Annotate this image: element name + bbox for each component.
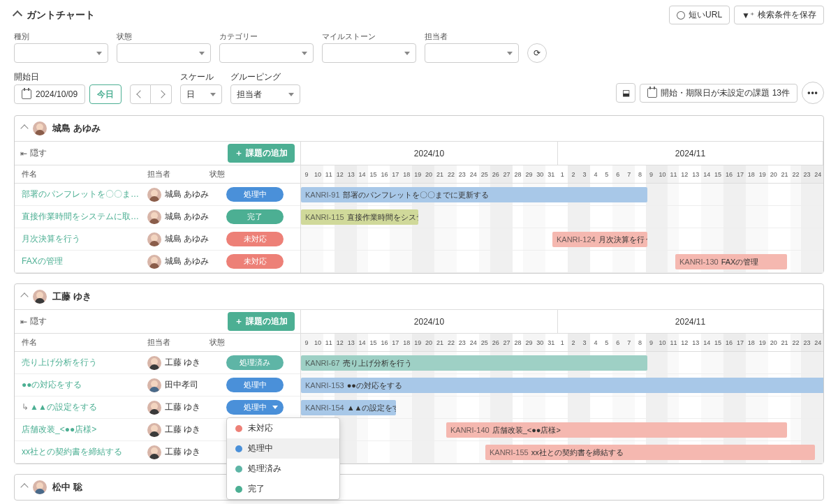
task-name-link[interactable]: 月次決算を行う	[15, 233, 147, 245]
gantt-bar[interactable]: KANRI-155 xx社との契約書を締結する	[485, 445, 815, 460]
more-button[interactable]: •••	[802, 82, 824, 104]
status-dropdown-menu: 未対応処理中処理済み完了	[226, 417, 340, 500]
day-header: 17	[390, 334, 401, 351]
section-header[interactable]: 松中 聡	[15, 475, 823, 500]
day-header: 8	[635, 334, 646, 351]
day-header: 7	[624, 334, 635, 351]
day-header: 21	[779, 334, 791, 351]
day-header: 14	[357, 334, 368, 351]
next-button[interactable]	[151, 84, 172, 104]
day-header: 23	[801, 334, 812, 351]
scale-select[interactable]: 日	[180, 84, 222, 104]
filter-state-select[interactable]	[117, 43, 211, 63]
today-button[interactable]: 今日	[89, 84, 122, 104]
day-header: 13	[690, 165, 701, 183]
filter-state-label: 状態	[117, 31, 211, 42]
dropdown-item[interactable]: 未対応	[227, 418, 339, 438]
task-name-link[interactable]: FAXの管理	[15, 255, 147, 267]
day-header: 5	[601, 165, 612, 183]
save-search-button[interactable]: ▼⁺ 検索条件を保存	[734, 6, 824, 24]
status-pill[interactable]: 処理中	[226, 378, 284, 392]
day-header: 23	[457, 165, 468, 183]
day-header: 7	[624, 165, 635, 183]
day-header: 20	[423, 165, 434, 183]
filter-milestone-select[interactable]	[322, 43, 416, 63]
day-header: 20	[768, 165, 779, 183]
filter-type-select[interactable]	[14, 43, 108, 63]
gantt-bar[interactable]: KANRI-140 店舗改装_<●●店様>	[446, 422, 787, 438]
day-header: 19	[412, 165, 423, 183]
export-button[interactable]: ⬓	[616, 83, 635, 103]
day-header: 29	[523, 165, 534, 183]
day-header: 1	[557, 334, 568, 351]
section-header[interactable]: 工藤 ゆき	[15, 284, 823, 309]
filter-assignee-select[interactable]	[425, 43, 519, 63]
section-header[interactable]: 城島 あゆみ	[15, 116, 823, 141]
chevron-left-icon	[136, 90, 144, 98]
day-header: 31	[545, 334, 557, 351]
start-date-input[interactable]: 2024/10/09	[14, 84, 85, 104]
day-header: 24	[812, 165, 823, 183]
chevron-down-icon	[302, 52, 307, 55]
avatar	[147, 356, 161, 370]
day-header: 12	[335, 334, 346, 351]
gantt-bar[interactable]: KANRI-91 部署のパンフレットを〇〇までに更新する	[301, 187, 647, 202]
short-url-button[interactable]: 短いURL	[669, 6, 730, 24]
undated-issues-button[interactable]: 開始・期限日が未設定の課題 13件	[640, 84, 797, 103]
dropdown-item[interactable]: 処理済み	[227, 459, 339, 479]
prev-button[interactable]	[130, 84, 151, 104]
refresh-button[interactable]: ⟳	[527, 43, 547, 63]
chevron-up-icon	[20, 292, 28, 300]
grouping-select[interactable]: 担当者	[230, 84, 300, 104]
gantt-bar[interactable]: KANRI-154 ▲▲の設定をする	[301, 400, 396, 415]
status-pill[interactable]: 完了	[226, 209, 284, 224]
gantt-bar[interactable]: KANRI-124 月次決算を行う	[552, 232, 647, 247]
gantt-bar[interactable]: KANRI-67 売り上げ分析を行う	[301, 355, 647, 371]
task-name-link[interactable]: xx社との契約書を締結する	[15, 446, 147, 458]
gantt-bar[interactable]: KANRI-130 FAXの管理	[675, 254, 787, 269]
add-issue-button[interactable]: ＋課題の追加	[228, 312, 295, 331]
chevron-right-icon	[157, 90, 165, 98]
task-name-link[interactable]: 部署のパンフレットを〇〇まで…	[15, 188, 147, 200]
bar-label: 店舗改装_<●●店様>	[492, 425, 561, 436]
filter-assignee-label: 担当者	[425, 31, 519, 42]
gantt-bar[interactable]: KANRI-153 ●●の対応をする	[301, 378, 823, 393]
bar-label: 部署のパンフレットを〇〇までに更新する	[343, 190, 489, 200]
task-row: FAXの管理 城島 あゆみ 未対応	[15, 251, 300, 273]
day-header: 18	[401, 165, 412, 183]
dropdown-item[interactable]: 完了	[227, 479, 339, 499]
day-header: 3	[579, 334, 590, 351]
task-name-link[interactable]: 直接作業時間をシステムに取り…	[15, 211, 147, 223]
task-assignee: 城島 あゆみ	[147, 232, 210, 246]
task-name-link[interactable]: ↳▲▲の設定をする	[15, 401, 147, 413]
bar-label: 直接作業時間をシステムに取り込む	[347, 212, 418, 223]
status-pill[interactable]: 処理中	[226, 400, 284, 415]
status-pill[interactable]: 未対応	[226, 254, 284, 269]
status-pill[interactable]: 処理済み	[226, 355, 284, 370]
gantt-bar[interactable]: KANRI-115 直接作業時間をシステムに取り込む	[301, 209, 418, 225]
page-title: ガントチャート	[27, 9, 95, 22]
status-dot-icon	[235, 486, 242, 493]
status-pill[interactable]: 未対応	[226, 232, 284, 246]
day-header: 28	[513, 334, 524, 351]
status-dot-icon	[235, 425, 242, 432]
day-header: 10	[657, 165, 668, 183]
bar-key: KANRI-154	[305, 403, 344, 412]
status-pill[interactable]: 処理中	[226, 187, 284, 202]
dropdown-item[interactable]: 処理中	[227, 438, 339, 459]
status-dot-icon	[235, 466, 242, 473]
month-header: 2024/10	[301, 310, 558, 334]
avatar	[33, 121, 47, 135]
task-name-link[interactable]: ●●の対応をする	[15, 379, 147, 391]
collapse-icon[interactable]	[13, 10, 22, 20]
task-name-link[interactable]: 売り上げ分析を行う	[15, 357, 147, 369]
filter-category-select[interactable]	[219, 43, 314, 63]
hide-button[interactable]: ⇤隠す	[20, 316, 47, 327]
hide-button[interactable]: ⇤隠す	[20, 147, 47, 159]
task-name-link[interactable]: 店舗改装_<●●店様>	[15, 424, 147, 436]
day-header: 31	[545, 165, 557, 183]
add-issue-button[interactable]: ＋課題の追加	[228, 144, 295, 163]
day-header: 17	[735, 334, 746, 351]
task-row: ●●の対応をする 田中孝司 処理中	[15, 374, 300, 396]
bar-key: KANRI-140	[450, 426, 490, 434]
